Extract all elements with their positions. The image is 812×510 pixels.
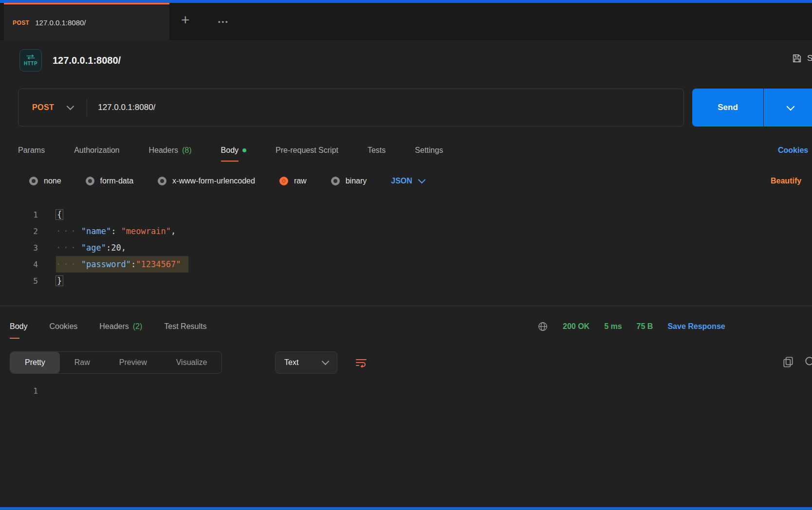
response-tab-cookies[interactable]: Cookies (49, 314, 77, 339)
tab-headers[interactable]: Headers (8) (149, 139, 192, 162)
send-button-label: Send (718, 103, 738, 112)
mode-binary-label: binary (346, 177, 367, 185)
view-preview[interactable]: Preview (105, 352, 162, 373)
tab-authorization[interactable]: Authorization (74, 139, 119, 162)
radio-none[interactable] (29, 177, 38, 185)
indent-whitespace-dots: ··· (56, 259, 78, 269)
close-brace: } (56, 276, 63, 286)
response-tab-headers-label: Headers (99, 322, 129, 331)
language-dropdown-value: JSON (391, 177, 412, 185)
save-button-label: Save (807, 54, 812, 63)
tab-options-button[interactable]: ••• (216, 17, 231, 27)
copy-icon (782, 356, 794, 368)
new-tab-button[interactable]: + (179, 11, 192, 29)
code-line-5[interactable]: 5 } (0, 273, 812, 289)
status-badge: 200 OK (563, 322, 590, 331)
line-number: 5 (0, 276, 38, 286)
json-string-value: "1234567" (136, 259, 181, 269)
json-colon: : (111, 226, 121, 236)
copy-response-button[interactable] (781, 355, 795, 370)
request-body-editor[interactable]: 1 { 2 ··· "name" : "meowrain" , 3 ··· "a… (0, 206, 812, 289)
view-raw[interactable]: Raw (60, 352, 105, 373)
line-number: 3 (0, 243, 38, 253)
save-button[interactable]: Save (792, 53, 812, 64)
code-line-1[interactable]: 1 { (0, 206, 812, 223)
body-mode-row: none form-data x-www-form-urlencoded raw… (29, 170, 424, 192)
tab-body-label: Body (221, 146, 239, 155)
json-colon: : (131, 259, 136, 269)
tab-body[interactable]: Body (221, 139, 246, 162)
response-tab-headers[interactable]: Headers (2) (99, 314, 142, 339)
mode-x-www-form-urlencoded-label: x-www-form-urlencoded (172, 177, 255, 185)
tab-method-badge: POST (13, 19, 29, 26)
view-visualize[interactable]: Visualize (162, 352, 222, 373)
request-tab[interactable]: POST 127.0.0.1:8080/ (4, 3, 169, 41)
chevron-down-icon (787, 102, 795, 110)
language-dropdown[interactable]: JSON (391, 177, 424, 185)
json-key: "password" (81, 259, 131, 269)
radio-raw-selected[interactable] (279, 177, 288, 185)
mode-x-www-form-urlencoded[interactable]: x-www-form-urlencoded (158, 177, 255, 185)
json-comma: , (171, 226, 176, 236)
mode-none-label: none (44, 177, 61, 185)
wrap-lines-button[interactable] (348, 351, 375, 374)
indent-whitespace-dots: ··· (56, 243, 78, 253)
response-tab-body[interactable]: Body (10, 314, 27, 339)
response-line-number: 1 (0, 386, 38, 396)
url-input[interactable] (87, 103, 683, 112)
json-number-value: 20 (111, 243, 121, 253)
cookies-link[interactable]: Cookies (778, 139, 808, 162)
response-tab-test-results[interactable]: Test Results (164, 314, 206, 339)
radio-x-www-form-urlencoded[interactable] (158, 177, 166, 185)
chevron-down-icon (67, 103, 74, 110)
mode-raw-label: raw (294, 177, 307, 185)
tab-params[interactable]: Params (18, 139, 45, 162)
mode-form-data[interactable]: form-data (86, 177, 133, 185)
mode-none[interactable]: none (29, 177, 61, 185)
save-response-button[interactable]: Save Response (667, 322, 725, 331)
radio-binary[interactable] (331, 177, 340, 185)
response-time: 5 ms (604, 322, 622, 331)
response-format-value: Text (284, 358, 298, 367)
url-bar: POST (18, 89, 684, 127)
json-comma: , (121, 243, 126, 253)
json-key: "name" (81, 226, 111, 236)
code-line-4-highlighted[interactable]: 4 ··· "password" : "1234567" (0, 256, 812, 273)
mode-raw[interactable]: raw (279, 177, 307, 185)
method-dropdown[interactable]: POST (18, 89, 87, 126)
response-headers-count-badge: (2) (133, 322, 143, 331)
search-icon (804, 356, 812, 368)
radio-form-data[interactable] (86, 177, 94, 185)
send-button[interactable]: Send (692, 89, 763, 127)
save-icon (792, 53, 802, 64)
response-tabs: Body Cookies Headers (2) Test Results (10, 314, 206, 339)
tab-params-label: Params (18, 146, 45, 155)
request-header: HTTP 127.0.0.1:8080/ Save (19, 49, 812, 72)
open-brace: { (56, 210, 63, 219)
tab-settings[interactable]: Settings (415, 139, 443, 162)
tab-pre-request-script[interactable]: Pre-request Script (276, 139, 338, 162)
response-view-switcher: Pretty Raw Preview Visualize (10, 351, 222, 374)
request-tabs: Params Authorization Headers (8) Body Pr… (18, 139, 443, 162)
chevron-down-icon (322, 358, 330, 365)
http-request-icon: HTTP (19, 49, 42, 72)
tab-pre-request-script-label: Pre-request Script (276, 146, 338, 155)
method-dropdown-value: POST (32, 103, 54, 112)
response-format-dropdown[interactable]: Text (275, 351, 337, 374)
tab-settings-label: Settings (415, 146, 443, 155)
tab-headers-label: Headers (149, 146, 178, 155)
line-number: 4 (0, 260, 38, 269)
code-line-3[interactable]: 3 ··· "age" : 20 , (0, 239, 812, 256)
json-colon: : (106, 243, 111, 253)
bidirectional-arrows-icon (26, 55, 36, 59)
tab-tests[interactable]: Tests (368, 139, 386, 162)
json-string-value: "meowrain" (121, 226, 171, 236)
beautify-link[interactable]: Beautify (771, 170, 801, 192)
mode-binary[interactable]: binary (331, 177, 367, 185)
code-line-2[interactable]: 2 ··· "name" : "meowrain" , (0, 223, 812, 239)
view-pretty[interactable]: Pretty (10, 352, 60, 373)
send-options-button[interactable] (764, 89, 812, 127)
search-response-button[interactable] (803, 355, 812, 370)
chevron-down-icon (418, 176, 426, 184)
network-globe-icon[interactable] (537, 321, 548, 332)
